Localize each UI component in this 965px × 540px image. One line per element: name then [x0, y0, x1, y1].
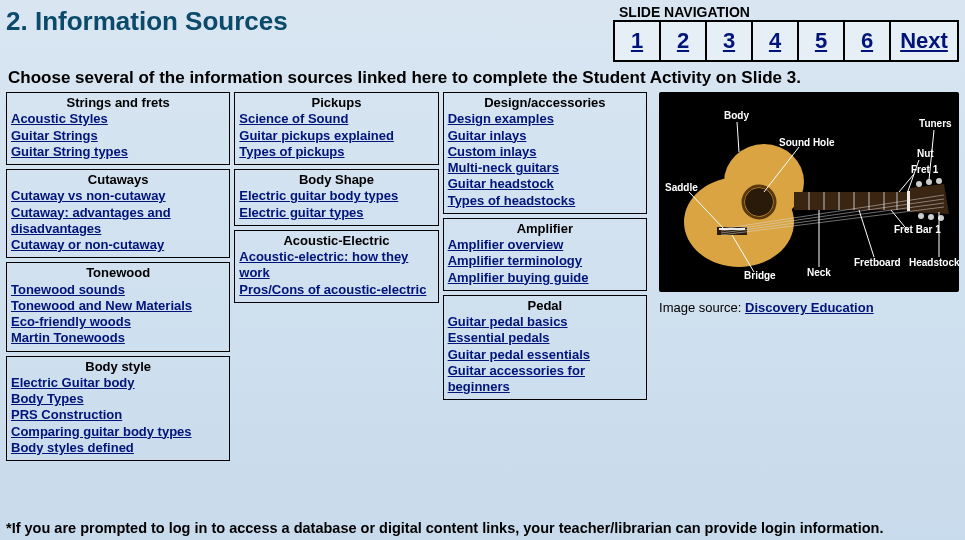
source-link[interactable]: Guitar pickups explained	[239, 128, 433, 144]
source-link[interactable]: Eco-friendly woods	[11, 314, 225, 330]
guitar-label: Tuners	[919, 118, 952, 129]
nav-label: SLIDE NAVIGATION	[613, 4, 959, 20]
source-link[interactable]: Guitar pedal basics	[448, 314, 642, 330]
guitar-label: Body	[724, 110, 749, 121]
image-source-link[interactable]: Discovery Education	[745, 300, 874, 315]
svg-rect-6	[794, 192, 909, 210]
source-link[interactable]: Guitar headstock	[448, 176, 642, 192]
source-link[interactable]: Types of headstocks	[448, 193, 642, 209]
nav-slide-3[interactable]: 3	[705, 20, 753, 62]
source-link[interactable]: Multi-neck guitars	[448, 160, 642, 176]
source-link[interactable]: Cutaway or non-cutaway	[11, 237, 225, 253]
source-link[interactable]: Guitar accessories for beginners	[448, 363, 642, 396]
source-link[interactable]: Science of Sound	[239, 111, 433, 127]
source-link[interactable]: Pros/Cons of acoustic-electric	[239, 282, 433, 298]
guitar-diagram-image: Body Sound Hole Tuners Nut Fret 1 Saddle…	[659, 92, 959, 292]
source-link[interactable]: Cutaway vs non-cutaway	[11, 188, 225, 204]
nav-next[interactable]: Next	[889, 20, 959, 62]
guitar-label: Nut	[917, 148, 934, 159]
guitar-label: Fret Bar 1	[894, 224, 941, 235]
guitar-label: Fret 1	[911, 164, 938, 175]
source-link[interactable]: Guitar inlays	[448, 128, 642, 144]
source-link[interactable]: Acoustic-electric: how they work	[239, 249, 433, 282]
instruction-text: Choose several of the information source…	[0, 62, 965, 92]
info-box: Design/accessoriesDesign examplesGuitar …	[443, 92, 647, 214]
source-link[interactable]: Essential pedals	[448, 330, 642, 346]
info-box-title: Body style	[11, 359, 225, 375]
source-link[interactable]: Guitar pedal essentials	[448, 347, 642, 363]
info-box-title: Strings and frets	[11, 95, 225, 111]
svg-line-26	[737, 122, 739, 152]
source-link[interactable]: Electric guitar body types	[239, 188, 433, 204]
info-box-title: Body Shape	[239, 172, 433, 188]
svg-line-34	[859, 210, 874, 257]
source-link[interactable]: Amplifier buying guide	[448, 270, 642, 286]
svg-point-2	[745, 188, 773, 216]
footnote: *If you are prompted to log in to access…	[6, 520, 959, 536]
nav-slide-1[interactable]: 1	[613, 20, 661, 62]
source-link[interactable]: Custom inlays	[448, 144, 642, 160]
info-box-title: Cutaways	[11, 172, 225, 188]
info-box-title: Acoustic-Electric	[239, 233, 433, 249]
info-box-title: Pickups	[239, 95, 433, 111]
nav-slide-2[interactable]: 2	[659, 20, 707, 62]
page-title: 2. Information Sources	[6, 4, 288, 37]
guitar-label: Fretboard	[854, 257, 901, 268]
source-link[interactable]: Tonewood and New Materials	[11, 298, 225, 314]
image-caption: Image source: Discovery Education	[659, 300, 959, 315]
guitar-label: Headstock	[909, 257, 959, 268]
source-link[interactable]: Cutaway: advantages and disadvantages	[11, 205, 225, 238]
info-box: PedalGuitar pedal basicsEssential pedals…	[443, 295, 647, 401]
nav-slide-5[interactable]: 5	[797, 20, 845, 62]
info-box-title: Design/accessories	[448, 95, 642, 111]
source-link[interactable]: Body Types	[11, 391, 225, 407]
source-link[interactable]: Design examples	[448, 111, 642, 127]
source-link[interactable]: Electric guitar types	[239, 205, 433, 221]
guitar-label: Neck	[807, 267, 831, 278]
info-box: PickupsScience of SoundGuitar pickups ex…	[234, 92, 438, 165]
caption-prefix: Image source:	[659, 300, 745, 315]
svg-point-19	[918, 213, 924, 219]
guitar-label: Bridge	[744, 270, 776, 281]
source-link[interactable]: Acoustic Styles	[11, 111, 225, 127]
guitar-label: Saddle	[665, 182, 698, 193]
svg-point-18	[936, 178, 942, 184]
source-link[interactable]: Body styles defined	[11, 440, 225, 456]
info-box-title: Amplifier	[448, 221, 642, 237]
source-link[interactable]: PRS Construction	[11, 407, 225, 423]
svg-point-16	[916, 181, 922, 187]
source-link[interactable]: Guitar String types	[11, 144, 225, 160]
svg-point-20	[928, 214, 934, 220]
info-box: TonewoodTonewood soundsTonewood and New …	[6, 262, 230, 351]
source-link[interactable]: Amplifier overview	[448, 237, 642, 253]
source-link[interactable]: Types of pickups	[239, 144, 433, 160]
source-link[interactable]: Comparing guitar body types	[11, 424, 225, 440]
nav-slide-4[interactable]: 4	[751, 20, 799, 62]
info-box: Acoustic-ElectricAcoustic-electric: how …	[234, 230, 438, 303]
source-link[interactable]: Tonewood sounds	[11, 282, 225, 298]
guitar-label: Sound Hole	[779, 137, 835, 148]
source-link[interactable]: Martin Tonewoods	[11, 330, 225, 346]
info-box-title: Tonewood	[11, 265, 225, 281]
slide-navigation: SLIDE NAVIGATION 123456Next	[613, 4, 959, 62]
info-box: CutawaysCutaway vs non-cutawayCutaway: a…	[6, 169, 230, 258]
info-box: AmplifierAmplifier overviewAmplifier ter…	[443, 218, 647, 291]
source-link[interactable]: Amplifier terminology	[448, 253, 642, 269]
source-link[interactable]: Guitar Strings	[11, 128, 225, 144]
nav-slide-6[interactable]: 6	[843, 20, 891, 62]
source-link[interactable]: Electric Guitar body	[11, 375, 225, 391]
info-box: Body ShapeElectric guitar body typesElec…	[234, 169, 438, 226]
info-box: Body styleElectric Guitar bodyBody Types…	[6, 356, 230, 462]
info-box: Strings and fretsAcoustic StylesGuitar S…	[6, 92, 230, 165]
info-box-title: Pedal	[448, 298, 642, 314]
